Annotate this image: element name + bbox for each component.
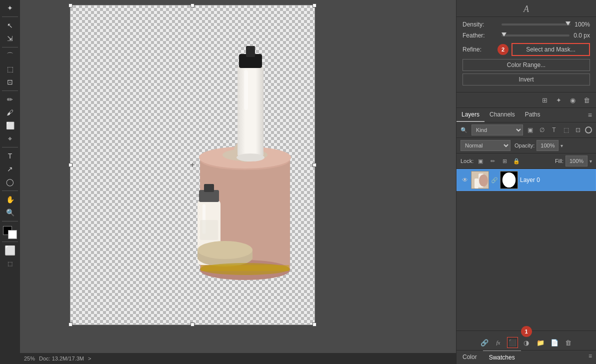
kind-icon-1[interactable]: ▣ (525, 125, 535, 135)
invert-button[interactable]: Invert (462, 74, 590, 86)
lock-all-icon[interactable]: 🔒 (512, 156, 522, 166)
tool-screen[interactable]: ⬚ (3, 258, 17, 270)
handle-bottom-left[interactable] (68, 322, 72, 326)
layer-mask-thumbnail[interactable] (500, 171, 518, 189)
fill-input[interactable] (566, 156, 588, 166)
handle-middle-right[interactable] (312, 163, 316, 167)
layer-item-0[interactable]: 👁 🔗 Layer 0 (456, 169, 596, 191)
canvas-container: + (70, 5, 315, 325)
tool-selection[interactable]: ✦ (3, 2, 17, 14)
badge-1: 1 (521, 326, 532, 337)
tool-separator-2 (2, 47, 18, 48)
lock-pixels-icon[interactable]: ▣ (476, 156, 486, 166)
layer-visibility-toggle[interactable]: 👁 (461, 176, 469, 184)
kind-icon-4[interactable]: ⬚ (561, 125, 571, 135)
lock-position-icon[interactable]: ✏ (488, 156, 498, 166)
layers-bottom-bar: 1 🔗 fx ⬛ ◑ 📁 📄 🗑 (456, 330, 596, 350)
handle-top-right[interactable] (312, 4, 316, 8)
tab-color[interactable]: Color (456, 350, 483, 364)
lock-artboard-icon[interactable]: ⊞ (500, 156, 510, 166)
tool-separator-6 (2, 221, 18, 222)
tool-crop[interactable]: ⊡ (3, 76, 17, 88)
tool-hand[interactable]: ✋ (3, 194, 17, 206)
color-swatches-tabs: Color Swatches ≡ (456, 350, 596, 364)
canvas-selection-border (70, 5, 315, 325)
tool-paint-bucket[interactable]: ⌖ (3, 132, 17, 144)
density-row: Density: 100% (462, 21, 590, 28)
feather-row: Feather: 0.0 px (462, 32, 590, 39)
fx-icon[interactable]: fx (493, 337, 504, 348)
layer-link-icon[interactable]: 🔗 (491, 177, 498, 184)
handle-middle-left[interactable] (68, 163, 72, 167)
kind-select[interactable]: Kind (472, 124, 523, 136)
tool-lasso[interactable]: ⌒ (3, 50, 17, 62)
eye-icon[interactable]: ◉ (567, 94, 578, 106)
delete-layer-icon[interactable]: 🗑 (563, 337, 574, 348)
kind-icon-circle[interactable] (585, 126, 592, 134)
kind-row: 🔍 Kind ▣ ∅ T ⬚ ⊡ (456, 122, 596, 138)
tool-type[interactable]: T (3, 150, 17, 162)
tool-move[interactable]: ↖ (3, 20, 17, 32)
tool-shape[interactable]: ◯ (3, 176, 17, 188)
color-range-button[interactable]: Color Range... (462, 59, 590, 71)
feather-thumb[interactable] (502, 32, 506, 36)
adjustment-icon[interactable]: ◑ (521, 337, 532, 348)
doc-info: Doc: 13.2M/17.3M (39, 356, 84, 362)
layers-empty-space (456, 191, 596, 330)
new-layer-icon[interactable]: 📄 (549, 337, 560, 348)
folder-icon[interactable]: 📁 (535, 337, 546, 348)
toolbar-left: ✦ ↖ ⇲ ⌒ ⬚ ⊡ ✏ 🖌 ⬜ ⌖ T ↗ ◯ ✋ 🔍 ⬜ ⬚ (0, 0, 20, 364)
opacity-label: Opacity: (514, 142, 534, 148)
tool-mask[interactable]: ⬜ (3, 244, 17, 256)
properties-section: Density: 100% Feather: 0.0 px Refine: 2 … (456, 17, 596, 92)
status-bar: 25% Doc: 13.2M/17.3M > (20, 353, 456, 364)
select-and-mask-button[interactable]: Select and Mask... (512, 43, 590, 56)
tool-path[interactable]: ↗ (3, 163, 17, 175)
tool-separator-4 (2, 147, 18, 148)
density-slider[interactable] (502, 24, 570, 26)
blend-mode-select[interactable]: Normal (460, 140, 510, 151)
handle-bottom-right[interactable] (312, 322, 316, 326)
fill-arrow[interactable]: ▾ (590, 158, 592, 164)
density-thumb[interactable] (566, 22, 570, 26)
tool-separator-5 (2, 190, 18, 191)
tool-brush[interactable]: 🖌 (3, 106, 17, 118)
link-icon[interactable]: 🔗 (479, 337, 490, 348)
tab-swatches[interactable]: Swatches (483, 350, 521, 364)
opacity-input[interactable] (536, 140, 558, 151)
svg-rect-26 (474, 178, 478, 188)
fill-label: Fill: (555, 158, 564, 164)
lock-row: Lock: ▣ ✏ ⊞ 🔒 Fill: ▾ (456, 154, 596, 169)
kind-icon-3[interactable]: T (549, 125, 559, 135)
tool-zoom[interactable]: 🔍 (3, 206, 17, 218)
refine-row: Refine: 2 Select and Mask... (462, 43, 590, 56)
kind-icon-5[interactable]: ⊡ (573, 125, 583, 135)
tool-eraser[interactable]: ⬜ (3, 120, 17, 132)
tool-eyedropper[interactable]: ✏ (3, 94, 17, 106)
handle-bottom-center[interactable] (190, 322, 194, 326)
feather-slider[interactable] (502, 34, 570, 36)
add-mask-icon[interactable]: ⬛ (507, 337, 518, 348)
kind-icon-2[interactable]: ∅ (537, 125, 547, 135)
tab-layers[interactable]: Layers (456, 108, 484, 122)
trash-icon[interactable]: 🗑 (581, 94, 592, 106)
tab-channels[interactable]: Channels (484, 108, 520, 122)
tool-transform[interactable]: ⇲ (3, 32, 17, 44)
svg-point-27 (479, 174, 488, 186)
handle-top-left[interactable] (68, 4, 72, 8)
tab-paths[interactable]: Paths (520, 108, 546, 122)
panel-a-icon: A (456, 0, 596, 17)
layer-thumbnail (471, 171, 489, 189)
handle-top-center[interactable] (190, 4, 194, 8)
opacity-arrow[interactable]: ▾ (560, 143, 563, 148)
badge-2: 2 (498, 44, 508, 55)
tool-rect-select[interactable]: ⬚ (3, 63, 17, 75)
background-color[interactable] (8, 230, 17, 239)
grid-icon[interactable]: ⊞ (539, 94, 550, 106)
quick-icons-row: ⊞ ✦ ◉ 🗑 (456, 92, 596, 108)
layers-menu-icon[interactable]: ≡ (584, 109, 596, 121)
status-arrow[interactable]: > (88, 356, 91, 362)
color-swatch[interactable] (3, 226, 17, 239)
stamp-icon[interactable]: ✦ (553, 94, 564, 106)
swatches-menu-icon[interactable]: ≡ (584, 350, 596, 364)
